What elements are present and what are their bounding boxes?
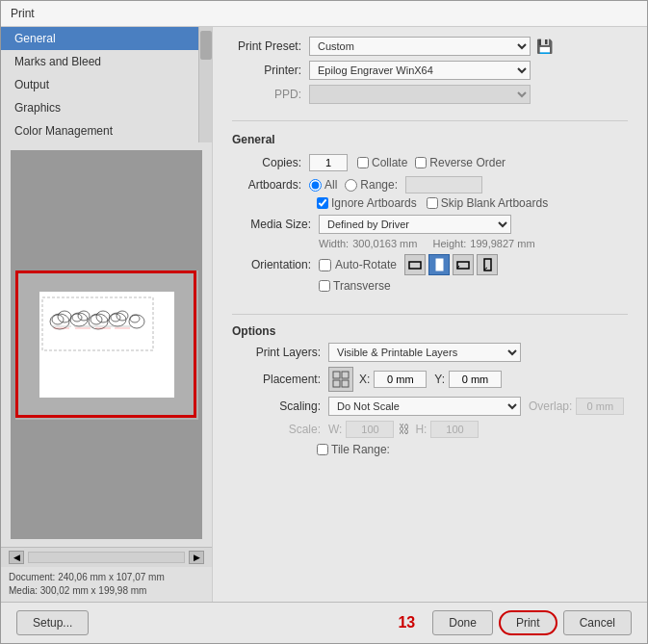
media-size-row: Media Size: Defined by Driver Letter A4 … [232,215,628,234]
general-section: Copies: Collate Reverse Order [213,150,647,308]
orient-landscape-flip-button[interactable] [453,254,474,275]
svg-point-11 [111,314,120,322]
svg-rect-29 [333,372,340,378]
done-button[interactable]: Done [432,610,493,635]
print-layers-row: Print Layers: Visible & Printable Layers… [232,343,628,362]
svg-rect-24 [436,259,443,270]
doc-size-line1: Document: 240,06 mm x 107,07 mm [9,571,204,584]
print-layers-label: Print Layers: [232,346,328,359]
ignore-artboards-label[interactable]: Ignore Artboards [317,196,417,210]
overlap-input [576,398,624,415]
all-radio[interactable] [309,179,322,192]
range-radio[interactable] [345,179,357,192]
x-coord-label: X: [359,373,370,386]
range-label: Range: [360,178,398,192]
height-label: Height: [432,238,466,249]
media-size-select[interactable]: Defined by Driver Letter A4 Custom [319,215,511,234]
sidebar-item-color-management[interactable]: Color Management [1,119,198,142]
range-radio-label[interactable]: Range: [345,178,398,192]
orientation-label: Orientation: [232,258,319,271]
ignore-artboards-checkbox[interactable] [317,197,328,209]
preset-row: Print Preset: Custom 💾 [232,37,628,56]
scale-label: Scale: [232,423,328,436]
svg-rect-31 [333,380,340,387]
preset-select[interactable]: Custom [309,37,531,56]
auto-rotate-checkbox[interactable] [319,259,331,271]
options-header: Options [232,324,628,338]
print-layers-select[interactable]: Visible & Printable Layers Visible Layer… [328,343,521,362]
preset-label: Print Preset: [232,39,309,53]
ppd-label: PPD: [232,88,309,101]
reverse-order-text: Reverse Order [429,156,505,169]
save-preset-icon[interactable]: 💾 [536,39,553,54]
scale-w-input [346,421,394,438]
next-page-button[interactable]: ▶ [189,551,204,564]
transverse-checkbox[interactable] [319,280,330,292]
svg-rect-32 [342,380,349,387]
print-button[interactable]: Print [499,610,557,635]
copies-label: Copies: [232,156,309,169]
ignore-row: Ignore Artboards Skip Blank Artboards [317,196,628,210]
transverse-check[interactable]: Transverse [319,279,391,293]
preview-inner [15,270,198,420]
scaling-select[interactable]: Do Not Scale Fit to Page Custom Scale Ti… [328,397,521,416]
scale-h-input [430,421,479,438]
copies-input[interactable] [309,154,348,171]
transverse-row: Transverse [319,279,628,293]
svg-rect-30 [342,372,349,378]
artboards-row: Artboards: All Range: [232,176,628,193]
page-scroll[interactable] [28,552,185,563]
print-dialog: Print General Marks and Bleed Output Gra… [0,0,648,644]
skip-blank-label[interactable]: Skip Blank Artboards [427,196,548,210]
divider-2 [232,314,628,315]
cancel-button[interactable]: Cancel [563,610,632,635]
sidebar-item-general[interactable]: General [1,27,198,50]
reverse-order-checkbox[interactable] [415,157,427,168]
options-section: Options Print Layers: Visible & Printabl… [213,321,647,464]
orient-portrait-button[interactable] [428,254,450,275]
sidebar: General Marks and Bleed Output Graphics … [1,27,213,602]
right-buttons: 13 Done Print Cancel [398,610,632,635]
preview-svg [40,293,173,397]
copies-row: Copies: Collate Reverse Order [232,154,628,171]
svg-point-12 [117,311,128,321]
x-coord-input[interactable] [374,371,427,388]
sidebar-scrollbar[interactable] [198,27,212,142]
svg-point-3 [58,311,71,322]
main-content: General Marks and Bleed Output Graphics … [1,27,647,602]
printer-select[interactable]: Epilog Engraver WinX64 [309,61,531,80]
sidebar-item-marks-and-bleed[interactable]: Marks and Bleed [1,50,198,73]
setup-button[interactable]: Setup... [16,610,89,635]
sidebar-item-graphics[interactable]: Graphics [1,96,198,119]
doc-size-line2: Media: 300,02 mm x 199,98 mm [9,584,204,598]
auto-rotate-check: Auto-Rotate [319,258,397,271]
tile-range-checkbox[interactable] [317,444,328,455]
skip-blank-checkbox[interactable] [427,197,438,209]
range-input[interactable] [405,176,482,193]
divider-1 [232,120,628,121]
collate-checkbox[interactable] [357,157,369,168]
sidebar-item-output[interactable]: Output [1,73,198,96]
svg-point-5 [72,314,82,322]
all-radio-label[interactable]: All [309,178,337,192]
orient-landscape-button[interactable] [404,254,426,275]
title-bar: Print [1,1,647,27]
svg-point-14 [130,315,140,322]
reverse-order-label[interactable]: Reverse Order [415,156,505,169]
orientation-buttons [404,254,498,275]
dimensions-row: Width: 300,0163 mm Height: 199,9827 mm [232,238,628,249]
tile-range-check[interactable]: Tile Range: [317,443,390,456]
chain-icon: ⛓ [398,423,411,436]
placement-icon[interactable] [328,367,353,392]
ppd-select [309,85,531,104]
orient-portrait-flip-button[interactable] [477,254,498,275]
nav-wrapper: General Marks and Bleed Output Graphics … [1,27,212,142]
transverse-label: Transverse [333,279,391,293]
bottom-bar: Setup... 13 Done Print Cancel [1,602,647,643]
collate-checkbox-label[interactable]: Collate [357,156,407,169]
svg-rect-23 [409,262,421,269]
all-label: All [324,178,337,192]
y-coord-input[interactable] [449,371,502,388]
placement-label: Placement: [232,373,328,386]
prev-page-button[interactable]: ◀ [9,551,24,564]
